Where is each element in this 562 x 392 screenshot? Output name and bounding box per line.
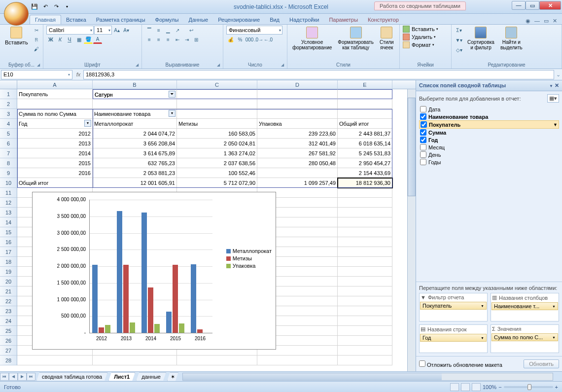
- row-header[interactable]: 6: [0, 139, 17, 148]
- row-header[interactable]: 17: [0, 247, 17, 257]
- orientation-icon[interactable]: ↗: [173, 26, 182, 35]
- field-Сумма[interactable]: Сумма: [419, 129, 559, 136]
- cell[interactable]: 267 581,92: [257, 148, 338, 158]
- cell[interactable]: Год▾: [17, 119, 93, 129]
- ribbon-tab-9[interactable]: Конструктор: [363, 15, 404, 24]
- cond-format-button[interactable]: Условное форматирование: [290, 26, 334, 51]
- cell[interactable]: [338, 326, 392, 336]
- cell[interactable]: [338, 198, 392, 208]
- format-table-button[interactable]: Форматировать как таблицу: [336, 26, 376, 51]
- cell[interactable]: Метизы: [177, 119, 257, 129]
- ribbon-tab-4[interactable]: Данные: [183, 15, 213, 24]
- cell[interactable]: [93, 356, 177, 365]
- help-icon[interactable]: ◉: [526, 18, 530, 24]
- dropdown-icon[interactable]: ▾: [169, 110, 176, 117]
- ribbon-tab-1[interactable]: Вставка: [61, 15, 91, 24]
- area-item[interactable]: Год▼: [420, 334, 487, 342]
- field-list-close-icon[interactable]: ✕: [555, 82, 559, 88]
- cell[interactable]: 2012: [17, 129, 93, 139]
- row-header[interactable]: 25: [0, 326, 17, 336]
- row-header[interactable]: 7: [0, 148, 17, 158]
- cell[interactable]: 160 583,05: [177, 129, 257, 139]
- cell[interactable]: [338, 277, 392, 286]
- shrink-font-icon[interactable]: A▾: [122, 26, 131, 35]
- cell[interactable]: 632 765,23: [93, 158, 177, 168]
- undo-icon[interactable]: ↶: [40, 2, 50, 12]
- vertical-scrollbar[interactable]: [407, 89, 416, 371]
- horizontal-scrollbar[interactable]: [182, 373, 553, 381]
- cell[interactable]: 280 050,48: [257, 158, 338, 168]
- cell[interactable]: [257, 356, 338, 365]
- cell[interactable]: Сумма по полю Сумма: [17, 109, 93, 119]
- field-Покупатель[interactable]: Покупатель▼: [419, 120, 559, 129]
- cell[interactable]: 2016: [17, 168, 93, 178]
- cell[interactable]: [338, 296, 392, 306]
- cell[interactable]: 2 950 454,27: [338, 158, 392, 168]
- cell[interactable]: 3 656 208,84: [93, 139, 177, 148]
- font-size-combo[interactable]: 11: [94, 26, 112, 35]
- field-Год[interactable]: Год: [419, 136, 559, 143]
- font-name-combo[interactable]: Calibri: [46, 26, 94, 35]
- view-normal-icon[interactable]: [450, 383, 459, 391]
- redo-icon[interactable]: ↷: [51, 2, 61, 12]
- ribbon-tab-7[interactable]: Надстройки: [284, 15, 324, 24]
- field-Годы[interactable]: Годы: [419, 158, 559, 166]
- cell[interactable]: 3 614 675,89: [93, 148, 177, 158]
- row-header[interactable]: 27: [0, 346, 17, 356]
- cell[interactable]: 2 050 024,81: [177, 139, 257, 148]
- ribbon-tab-3[interactable]: Формулы: [150, 15, 184, 24]
- cell[interactable]: [338, 257, 392, 267]
- clear-icon[interactable]: ◇▾: [455, 45, 463, 54]
- zoom-level[interactable]: 100%: [483, 384, 496, 390]
- alignment-launcher-icon[interactable]: ◢: [217, 63, 222, 68]
- cell[interactable]: 5 245 531,83: [338, 148, 392, 158]
- cell[interactable]: 1 099 257,49: [257, 178, 338, 188]
- fill-color-icon[interactable]: 🪣: [84, 35, 93, 44]
- clipboard-launcher-icon[interactable]: ◢: [37, 63, 42, 68]
- col-header[interactable]: A: [17, 80, 93, 89]
- sheet-next-icon[interactable]: ▶: [18, 373, 27, 381]
- area-item[interactable]: Сумма по полю С...▼: [492, 333, 558, 341]
- cell[interactable]: [338, 346, 392, 356]
- row-header[interactable]: 22: [0, 296, 17, 306]
- field-Дата[interactable]: Дата: [419, 106, 559, 113]
- align-top-icon[interactable]: ▔: [145, 26, 154, 35]
- sheet-prev-icon[interactable]: ◀: [9, 373, 18, 381]
- cell[interactable]: [338, 316, 392, 326]
- cell[interactable]: 100 552,46: [177, 168, 257, 178]
- delete-cells-button[interactable]: Удалить▾: [403, 34, 436, 40]
- ribbon-tab-0[interactable]: Главная: [30, 15, 61, 24]
- italic-button[interactable]: К: [56, 35, 65, 44]
- sheet-first-icon[interactable]: ⏮: [0, 373, 9, 381]
- paste-button[interactable]: Вставить: [3, 26, 30, 46]
- sheet-last-icon[interactable]: ⏭: [27, 373, 35, 381]
- cell[interactable]: Общий итог: [338, 119, 392, 129]
- row-header[interactable]: 15: [0, 227, 17, 237]
- col-header[interactable]: B: [93, 80, 177, 89]
- cell[interactable]: [338, 109, 392, 119]
- cell[interactable]: 2 037 638,56: [177, 158, 257, 168]
- cell[interactable]: 2 154 433,69: [338, 168, 392, 178]
- cell[interactable]: [338, 356, 392, 365]
- row-header[interactable]: 26: [0, 336, 17, 346]
- cell[interactable]: Упаковка: [257, 119, 338, 129]
- align-bottom-icon[interactable]: ▁: [164, 26, 173, 35]
- cell[interactable]: 239 223,60: [257, 129, 338, 139]
- dec-decimal-icon[interactable]: ←.0: [264, 35, 273, 44]
- cell[interactable]: Металлопрокат: [93, 119, 177, 129]
- cell[interactable]: 2015: [17, 158, 93, 168]
- row-header[interactable]: 28: [0, 356, 17, 365]
- format-cells-button[interactable]: Формат▾: [403, 41, 434, 48]
- filter-icon[interactable]: ⏷: [169, 91, 176, 98]
- update-button[interactable]: Обновить: [524, 359, 559, 368]
- row-header[interactable]: 1: [0, 89, 17, 99]
- view-break-icon[interactable]: [472, 383, 481, 391]
- cell-grid[interactable]: ПокупательСатурн⏷Сатурн⏷Сумма по полю Су…: [17, 89, 416, 371]
- row-header[interactable]: 2: [0, 99, 17, 109]
- cell[interactable]: 2013: [17, 139, 93, 148]
- cell[interactable]: [338, 286, 392, 296]
- cell[interactable]: 18 812 936,30: [338, 178, 392, 188]
- view-layout-icon[interactable]: [461, 383, 470, 391]
- cut-icon[interactable]: ✂: [32, 26, 41, 35]
- fill-icon[interactable]: ▼▾: [455, 36, 463, 44]
